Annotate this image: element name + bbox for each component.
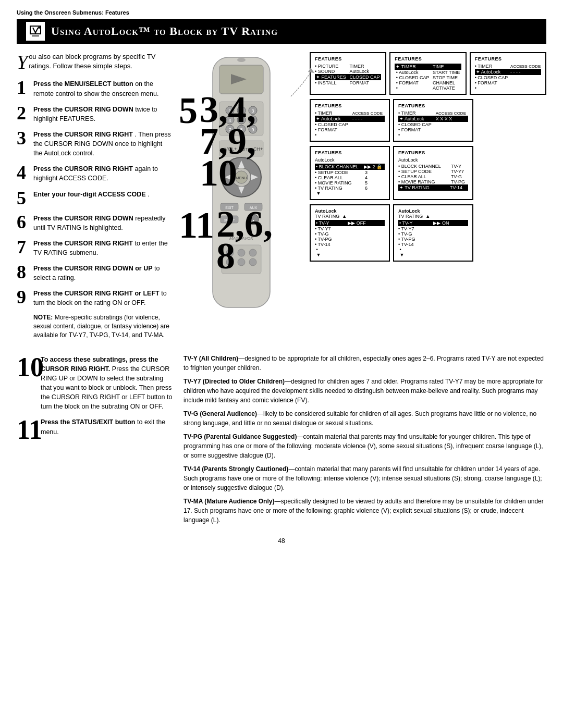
center-column: 5 3,4,7,9,10 11 2,6,8 [181,52,301,325]
section-label: Using the Onscreen Submenus: Features [17,9,546,16]
panel-row-1: FEATURES • PICTURETIMER • SOUNDAutoLock … [310,52,546,95]
svg-text:8: 8 [240,127,242,132]
step-number-4: 4 [17,163,33,182]
step-number-6: 6 [17,213,33,231]
step-11-bold: Press the STATUS/EXIT button [41,418,136,426]
step-number-5: 5 [17,189,33,207]
svg-point-47 [249,249,256,256]
step-6-bold: Press the CURSOR RING DOWN [33,215,133,222]
step-9-content: Press the CURSOR RING RIGHT or LEFT to t… [33,288,173,307]
step-9-bold: Press the CURSOR RING RIGHT or LEFT [33,290,160,297]
svg-point-49 [238,258,245,266]
panel-1-title: FEATURES [315,56,381,61]
svg-text:CH+: CH+ [253,146,263,152]
desc-tvy7: TV-Y7 (Directed to Older Children)—desig… [183,377,546,405]
step-number-3: 3 [17,129,33,147]
step-4-content: Press the CURSOR RING RIGHT again to hig… [33,163,173,183]
title-bar: Using AutoLock™ to Block by TV Rating [17,19,546,44]
screen-panel-5: FEATURES • TIMERACCESS CODE ✦ AutoLockX … [393,99,473,142]
svg-point-51 [237,58,246,62]
svg-text:MENU: MENU [236,176,247,180]
panel-9-label: AutoLock [398,208,468,214]
screen-panel-9: AutoLock TV RATING ▲ • TV-Y▶▶ ON • TV-Y7… [393,204,473,262]
screen-panel-8: AutoLock TV RATING ▲ • TV-Y▶▶ OFF • TV-Y… [310,204,390,262]
step-5: 5 Enter your four-digit ACCESS CODE . [17,189,173,207]
step-6-content: Press the CURSOR RING DOWN repeatedly un… [33,213,173,232]
svg-point-50 [249,258,256,266]
svg-text:MAGNAVOX: MAGNAVOX [229,236,253,241]
step-3-bold: Press the CURSOR RING RIGHT [33,131,133,138]
screen-panel-6: FEATURES AutoLock • BLOCK CHANNEL▶▶ 2 🔒 … [310,146,390,200]
svg-text:1: 1 [228,108,231,114]
svg-text:EXIT: EXIT [225,206,234,209]
panel-2-title: FEATURES [395,56,461,61]
step-3-content: Press the CURSOR RING RIGHT . Then press… [33,129,173,158]
remote-area: 5 3,4,7,9,10 11 2,6,8 [184,52,299,325]
svg-marker-52 [308,68,314,73]
step-10-content: To access these subratings, press the CU… [41,354,173,412]
step-6: 6 Press the CURSOR RING DOWN repeatedly … [17,213,173,232]
step-7: 7 Press the CURSOR RING RIGHT to enter t… [17,238,173,257]
screen-panel-7: FEATURES AutoLock • BLOCK CHANNELTV-Y • … [393,146,473,200]
step-2: 2 Press the CURSOR RING DOWN twice to hi… [17,104,173,124]
desc-tvy: TV-Y (All Children)—designed to be appro… [183,354,546,373]
svg-point-46 [238,249,245,256]
step-11: 11 Press the STATUS/EXIT button to exit … [17,416,173,443]
step-11-content: Press the STATUS/EXIT button to exit the… [41,416,173,436]
step-8-bold: Press the CURSOR RING DOWN or UP [33,265,153,272]
bottom-left: 10 To access these subratings, press the… [17,354,173,449]
desc-tvma: TV-MA (Mature Audience Only)—specificall… [183,497,546,525]
note-block: NOTE: More-specific subratings (for viol… [33,313,173,340]
brand-logo [26,22,45,41]
panel-row-4: AutoLock TV RATING ▲ • TV-Y▶▶ OFF • TV-Y… [310,204,546,262]
step-7-content: Press the CURSOR RING RIGHT to enter the… [33,238,173,257]
svg-text:VOL+: VOL+ [225,146,237,152]
svg-text:AUX: AUX [250,206,258,209]
remote-svg: 1 2 3 4 5 6 7 8 9 [184,52,299,323]
svg-point-0 [38,27,40,29]
step-4-bold: Press the CURSOR RING RIGHT [33,165,133,172]
intro-text: Y ou also can block programs by specific… [17,52,173,71]
page-container: Using the Onscreen Submenus: Features Us… [0,0,563,728]
step-4: 4 Press the CURSOR RING RIGHT again to h… [17,163,173,183]
svg-text:SMART: SMART [224,219,235,222]
page-number: 48 [17,537,546,545]
screen-panel-3: FEATURES • TIMERACCESS CODE ✦ AutoLock- … [470,52,546,95]
step-number-7: 7 [17,238,33,256]
step-1-bold: Press the MENU/SELECT button [33,80,133,88]
note-label: NOTE: [33,314,53,321]
svg-text:4: 4 [228,118,231,123]
step-number-8: 8 [17,263,33,281]
step-1-content: Press the MENU/SELECT button on the remo… [33,78,173,98]
step-5-content: Enter your four-digit ACCESS CODE . [33,189,173,199]
page-title: Using AutoLock™ to Block by TV Rating [51,24,278,38]
bottom-right: TV-Y (All Children)—designed to be appro… [183,354,546,529]
step-number-2: 2 [17,104,33,122]
screen-panel-4: FEATURES • TIMERACCESS CODE ✦ AutoLock- … [310,99,390,142]
svg-text:7: 7 [228,127,231,132]
step-9: 9 Press the CURSOR RING RIGHT or LEFT to… [17,288,173,307]
step-5-bold: Enter your four-digit ACCESS CODE [33,191,146,198]
bottom-section: 10 To access these subratings, press the… [17,354,546,529]
step-2-bold: Press the CURSOR RING DOWN [33,106,133,113]
right-column: FEATURES • PICTURETIMER • SOUNDAutoLock … [310,52,546,262]
svg-text:6: 6 [251,118,254,123]
svg-text:5: 5 [240,118,242,123]
panel-row-3: FEATURES AutoLock • BLOCK CHANNEL▶▶ 2 🔒 … [310,146,546,200]
panel-3-title: FEATURES [475,56,541,61]
panel-row-2: FEATURES • TIMERACCESS CODE ✦ AutoLock- … [310,99,546,142]
left-column: Y ou also can block programs by specific… [17,52,173,346]
desc-tvpg: TV-PG (Parental Guidance Suggested)—cont… [183,432,546,460]
svg-point-45 [226,249,234,256]
step-number-9: 9 [17,288,33,306]
svg-text:3: 3 [251,108,254,114]
step-number-1: 1 [17,78,33,97]
panel-5-title: FEATURES [398,103,468,108]
screen-panel-2: FEATURES ✦ TIMERTIME • AutoLockSTART TIM… [389,52,466,95]
panel-8-label: AutoLock [315,208,385,214]
svg-text:2: 2 [240,108,242,114]
arrow-decoration [288,68,314,99]
step-2-content: Press the CURSOR RING DOWN twice to high… [33,104,173,124]
step-8: 8 Press the CURSOR RING DOWN or UP to se… [17,263,173,282]
panel-6-title: FEATURES [315,150,385,155]
